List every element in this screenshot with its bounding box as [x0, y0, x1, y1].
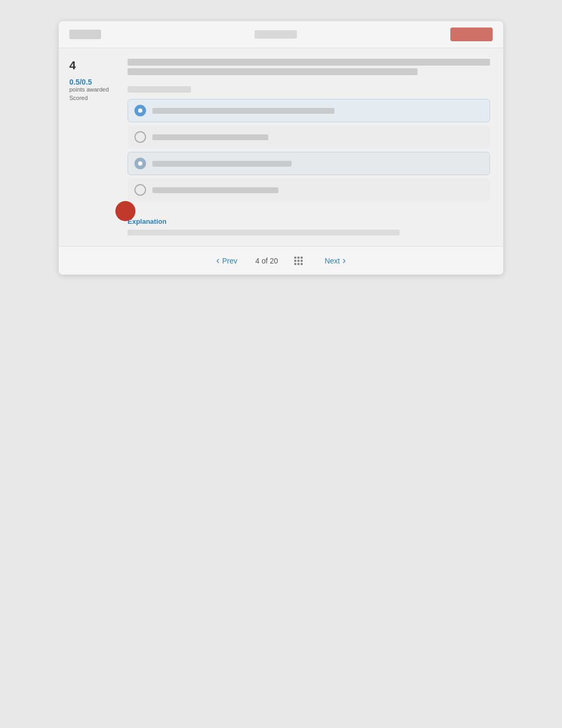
- option-circle-d: [134, 184, 146, 196]
- answer-option-a[interactable]: [128, 99, 490, 122]
- quiz-container: 4 0.5/0.5 points awarded Scored: [59, 21, 503, 275]
- select-all-text: [128, 86, 191, 93]
- sidebar: 4 0.5/0.5 points awarded Scored: [59, 48, 122, 246]
- answer-option-c[interactable]: [128, 152, 490, 175]
- option-text-line-a: [152, 108, 334, 114]
- option-text-line-d: [152, 187, 278, 193]
- next-label: Next: [324, 257, 340, 265]
- answer-option-d[interactable]: [128, 178, 490, 202]
- avatar: [115, 201, 135, 221]
- option-text-d: [152, 187, 483, 193]
- header-left: [69, 30, 101, 39]
- points-value: 0.5/0.5: [67, 78, 92, 86]
- question-area: Explanation: [122, 48, 503, 246]
- prev-label: Prev: [222, 257, 238, 265]
- grid-view-button[interactable]: [291, 253, 306, 269]
- question-text-line1: [128, 59, 490, 66]
- chevron-left-icon: [216, 255, 220, 266]
- option-text-a: [152, 108, 483, 114]
- prev-button[interactable]: Prev: [211, 252, 243, 269]
- grid-icon: [294, 257, 303, 265]
- header: [59, 21, 503, 48]
- explanation-text: [128, 230, 400, 235]
- footer-navigation: Prev 4 of 20 Next: [59, 246, 503, 275]
- question-number: 4: [67, 59, 76, 72]
- chevron-right-icon: [342, 255, 346, 266]
- option-text-b: [152, 134, 483, 140]
- scored-badge: Scored: [67, 95, 88, 101]
- question-text-block: [128, 59, 490, 75]
- answer-option-b[interactable]: [128, 125, 490, 149]
- option-circle-b: [134, 131, 146, 143]
- option-text-line-b: [152, 134, 268, 140]
- explanation-label: Explanation: [128, 217, 490, 225]
- points-label: points awarded: [67, 86, 109, 93]
- question-text-row: [128, 59, 490, 75]
- option-circle-c: [134, 158, 146, 169]
- option-circle-a: [134, 105, 146, 116]
- submit-button[interactable]: [450, 28, 493, 41]
- select-all-label: [128, 85, 490, 93]
- explanation-section: Explanation: [128, 212, 490, 235]
- option-text-line-c: [152, 161, 292, 167]
- question-text-line2: [128, 68, 418, 75]
- page-indicator: 4 of 20: [256, 257, 278, 265]
- logo: [69, 30, 101, 39]
- option-text-c: [152, 161, 483, 167]
- header-center-label: [255, 30, 297, 39]
- next-button[interactable]: Next: [319, 252, 351, 269]
